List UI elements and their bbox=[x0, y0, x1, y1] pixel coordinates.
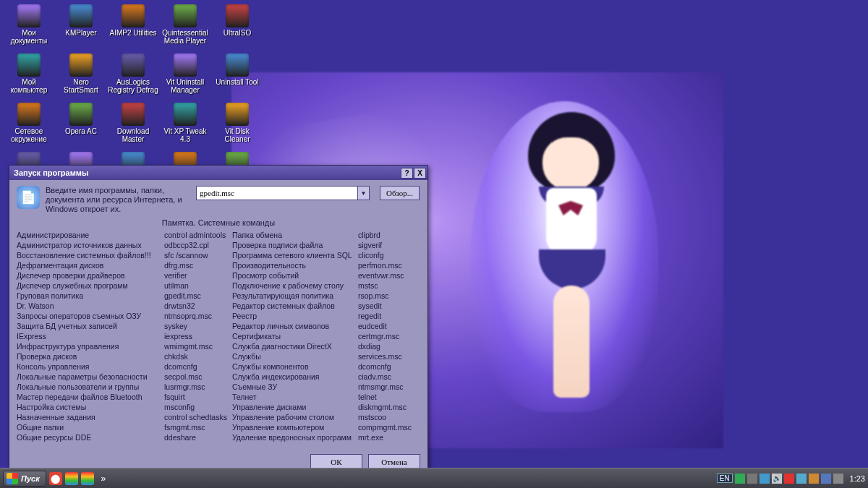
command-cell: Управление компьютером bbox=[232, 422, 355, 432]
tray-icon[interactable] bbox=[735, 474, 745, 484]
command-cell: Службы bbox=[232, 351, 355, 361]
desktop-icon[interactable]: Сетевое окружение bbox=[3, 103, 55, 146]
tray-icon[interactable] bbox=[784, 474, 794, 484]
desktop-icon-label: UltraISO bbox=[224, 29, 251, 37]
system-tray: EN 🔊 1:23 bbox=[717, 474, 865, 484]
command-cell: eudcedit bbox=[358, 321, 423, 331]
command-cell: iexpress bbox=[164, 331, 229, 341]
command-cell: Защита БД учетных записей bbox=[17, 321, 161, 331]
cancel-button[interactable]: Отмена bbox=[368, 454, 420, 469]
desktop-icon-label: Мои документы bbox=[4, 29, 54, 45]
command-cell: dfrg.msc bbox=[164, 260, 229, 270]
command-cell: control admintools bbox=[164, 230, 229, 240]
desktop-icon[interactable]: Download Master bbox=[107, 103, 159, 146]
help-button[interactable]: ? bbox=[401, 168, 413, 179]
command-cell: Дефрагментация дисков bbox=[17, 260, 161, 270]
command-cell: Проверка подписи файла bbox=[232, 240, 355, 250]
dropdown-button[interactable]: ▼ bbox=[357, 187, 369, 200]
command-cell: IExpress bbox=[17, 331, 161, 341]
command-cell: verifier bbox=[164, 270, 229, 281]
desktop-icon-label: Opera AC bbox=[65, 127, 97, 135]
command-cell: regedit bbox=[358, 311, 423, 321]
browse-button[interactable]: Обзор... bbox=[380, 186, 420, 200]
command-cell: telnet bbox=[358, 392, 423, 402]
tray-icon[interactable] bbox=[747, 474, 757, 484]
desktop-icon-label: Мой компьютер bbox=[4, 78, 54, 94]
command-cell: perfmon.msc bbox=[358, 260, 423, 270]
command-cell: chkdsk bbox=[164, 351, 229, 361]
tray-icon[interactable] bbox=[821, 474, 831, 484]
command-cell: compmgmt.msc bbox=[358, 422, 423, 432]
desktop-icon[interactable]: Uninstall Tool bbox=[211, 53, 263, 97]
app-icon bbox=[17, 53, 41, 77]
desktop-icon[interactable]: Мой компьютер bbox=[3, 53, 55, 97]
desktop-icon[interactable]: Vit Disk Cleaner bbox=[211, 103, 263, 146]
command-cell: Назначенные задания bbox=[17, 412, 161, 422]
desktop-icon[interactable]: Мои документы bbox=[3, 4, 55, 48]
command-cell: Диспечер проверки драйверов bbox=[17, 270, 161, 281]
desktop-icon-label: Quintessential Media Player bbox=[160, 29, 210, 45]
command-cell: secpol.msc bbox=[164, 372, 229, 382]
app-icon bbox=[174, 4, 197, 27]
command-cell: Служба индексирования bbox=[232, 372, 355, 382]
desktop-icon[interactable]: Opera AC bbox=[55, 103, 107, 146]
tray-icon[interactable] bbox=[760, 474, 770, 484]
start-button[interactable]: Пуск bbox=[3, 471, 46, 487]
command-cell: Реестр bbox=[232, 311, 355, 321]
desktop-icon[interactable]: Nero StartSmart bbox=[55, 53, 107, 97]
app-icon bbox=[226, 53, 249, 77]
command-cell: drwtsn32 bbox=[164, 301, 229, 311]
command-cell: Удаление вредоносных программ bbox=[232, 432, 355, 442]
command-cell: cliconfg bbox=[358, 250, 423, 260]
commands-table: Администрированиеcontrol admintoolsПапка… bbox=[17, 230, 420, 442]
command-cell: Инфраструктура управления bbox=[17, 341, 161, 351]
app-icon bbox=[69, 53, 93, 77]
tray-icon[interactable] bbox=[796, 474, 807, 484]
quicklaunch-item[interactable] bbox=[81, 472, 94, 485]
app-icon bbox=[122, 53, 145, 77]
app-icon bbox=[174, 53, 197, 77]
tray-volume-icon[interactable]: 🔊 bbox=[772, 474, 782, 484]
command-cell: Проверка дисков bbox=[17, 351, 161, 361]
command-cell: Администратор источников данных bbox=[17, 240, 161, 250]
run-instruction: Введите имя программы, папки, документа … bbox=[46, 186, 190, 214]
run-input[interactable] bbox=[197, 189, 357, 197]
ok-button[interactable]: ОК bbox=[310, 454, 362, 469]
close-button[interactable]: X bbox=[414, 168, 426, 179]
command-cell: Подключение к рабочему столу bbox=[232, 281, 355, 291]
tray-icon[interactable] bbox=[809, 474, 819, 484]
language-indicator[interactable]: EN bbox=[717, 474, 733, 483]
command-cell: Администрирование bbox=[17, 230, 161, 240]
command-cell: Dr. Watson bbox=[17, 301, 161, 311]
clock[interactable]: 1:23 bbox=[850, 474, 865, 483]
quicklaunch-expand[interactable]: » bbox=[97, 472, 110, 485]
command-cell: Диспечер служебных программ bbox=[17, 281, 161, 291]
dialog-titlebar[interactable]: Запуск программы ? X bbox=[9, 166, 427, 180]
command-cell: certmgr.msc bbox=[358, 331, 423, 341]
desktop-icon[interactable]: AusLogics Registry Defrag bbox=[107, 53, 159, 97]
command-cell: dcomcnfg bbox=[358, 361, 423, 372]
command-cell: Общие ресурсы DDE bbox=[17, 432, 161, 442]
desktop-icon[interactable]: UltraISO bbox=[211, 4, 263, 48]
desktop-icon[interactable]: Vit Uninstall Manager bbox=[159, 53, 211, 97]
command-cell: Программа сетевого клиента SQL bbox=[232, 250, 355, 260]
command-cell: Запросы операторов съемных ОЗУ bbox=[17, 311, 161, 321]
command-cell: lusrmgr.msc bbox=[164, 382, 229, 392]
desktop-icon[interactable]: Vit XP Tweak 4.3 bbox=[159, 103, 211, 146]
tray-icon[interactable] bbox=[833, 474, 843, 484]
command-cell: control schedtasks bbox=[164, 412, 229, 422]
command-cell: Сертификаты bbox=[232, 331, 355, 341]
desktop-icon[interactable]: AIMP2 Utilities bbox=[107, 4, 159, 48]
command-cell: Восстановление системных файлов!!! bbox=[17, 250, 161, 260]
desktop-icon[interactable]: Quintessential Media Player bbox=[159, 4, 211, 48]
desktop-icon[interactable]: KMPlayer bbox=[55, 4, 107, 48]
command-cell: Службы компонентов bbox=[232, 361, 355, 372]
run-icon: 📄 bbox=[17, 186, 40, 209]
command-cell: fsmgmt.msc bbox=[164, 422, 229, 432]
run-combobox[interactable]: ▼ bbox=[196, 186, 370, 200]
desktop-icon-label: Vit Uninstall Manager bbox=[160, 78, 210, 94]
quicklaunch-item[interactable] bbox=[65, 472, 78, 485]
app-icon bbox=[226, 103, 249, 126]
quicklaunch-item[interactable]: ⬤ bbox=[49, 472, 62, 485]
desktop-icon-label: Vit Disk Cleaner bbox=[212, 127, 263, 143]
